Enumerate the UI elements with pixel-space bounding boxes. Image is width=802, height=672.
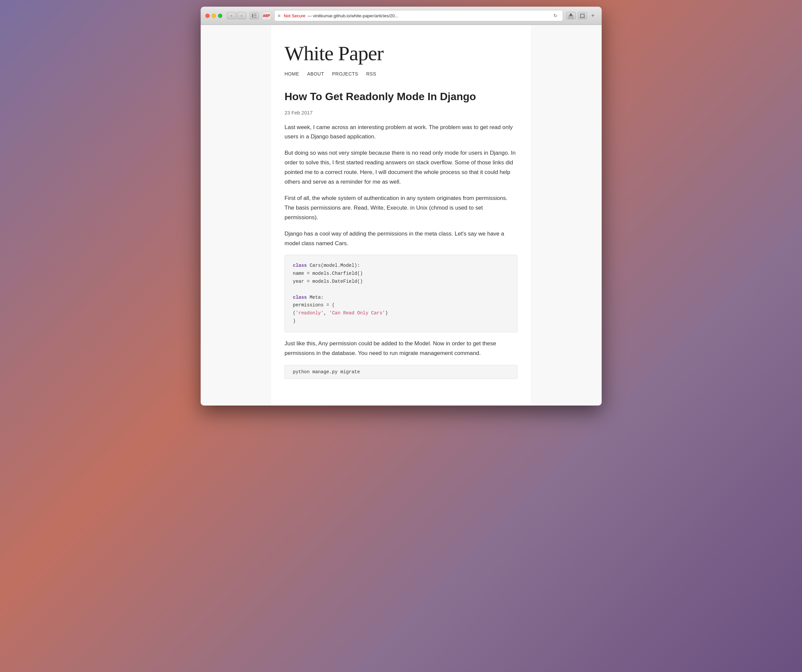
browser-content: White Paper HOME ABOUT PROJECTS RSS How … (200, 25, 602, 405)
page-container: White Paper HOME ABOUT PROJECTS RSS How … (271, 25, 531, 405)
nav-about[interactable]: ABOUT (307, 71, 324, 76)
security-indicator: Not Secure (284, 13, 306, 18)
url-text: — vinitkumar.github.io/white-paper/artic… (307, 13, 550, 18)
article-para-5: Just like this, Any permission could be … (285, 339, 517, 358)
nav-rss[interactable]: RSS (366, 71, 376, 76)
nav-buttons: ‹ › (227, 12, 246, 19)
nav-home[interactable]: HOME (285, 71, 299, 76)
svg-rect-1 (254, 14, 257, 14)
traffic-lights (205, 14, 222, 18)
site-title: White Paper (285, 42, 517, 65)
toolbar-right: + (566, 11, 597, 19)
share-button[interactable] (566, 12, 576, 19)
article-para-4: Django has a cool way of adding the perm… (285, 229, 517, 249)
adblock-icon[interactable]: ABP (262, 11, 271, 20)
article-para-3: First of all, the whole system of authen… (285, 194, 517, 223)
sidebar-button[interactable] (250, 12, 259, 19)
svg-rect-2 (254, 15, 257, 16)
nav-projects[interactable]: PROJECTS (332, 71, 358, 76)
svg-rect-0 (252, 14, 253, 18)
article-date: 23 Feb 2017 (285, 110, 517, 115)
back-button[interactable]: ‹ (227, 12, 236, 19)
article-title: How To Get Readonly Mode In Django (285, 90, 517, 104)
close-button[interactable] (205, 14, 210, 18)
minimize-button[interactable] (212, 14, 216, 18)
forward-button[interactable]: › (237, 12, 246, 19)
article-para-2: But doing so was not very simple because… (285, 149, 517, 187)
code-block-1: class Cars(model.Model): name = models.C… (285, 255, 517, 332)
browser-window: ‹ › ABP ≡ Not Secure — vinitkumar.github… (200, 6, 602, 405)
site-nav: HOME ABOUT PROJECTS RSS (285, 71, 517, 76)
article-para-1: Last week, I came across an interesting … (285, 123, 517, 142)
svg-rect-8 (581, 14, 584, 17)
tab-overview-button[interactable] (578, 12, 587, 19)
reload-button[interactable]: ↻ (551, 11, 559, 19)
new-tab-button[interactable]: + (589, 11, 597, 19)
code-block-2: python manage.py migrate (285, 365, 517, 379)
svg-rect-3 (254, 17, 257, 18)
maximize-button[interactable] (218, 14, 222, 18)
svg-marker-5 (569, 13, 572, 15)
browser-titlebar: ‹ › ABP ≡ Not Secure — vinitkumar.github… (200, 6, 602, 25)
article: How To Get Readonly Mode In Django 23 Fe… (285, 90, 517, 379)
hamburger-icon: ≡ (278, 13, 281, 18)
address-bar[interactable]: ≡ Not Secure — vinitkumar.github.io/whit… (274, 10, 563, 21)
